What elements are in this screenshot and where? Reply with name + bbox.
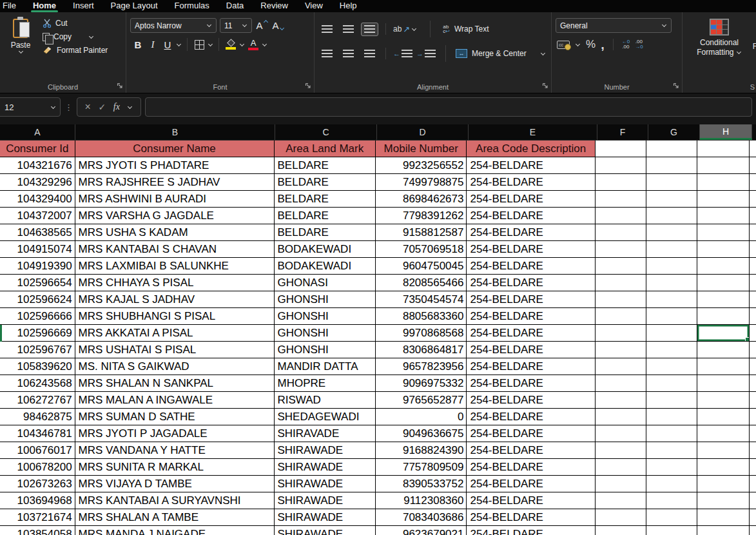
- cell-C[interactable]: SHIRAWADE: [275, 526, 376, 535]
- cell-D[interactable]: 8306864817: [376, 342, 467, 358]
- cell-H[interactable]: [697, 241, 750, 258]
- clipboard-dialog-launcher-icon[interactable]: [117, 82, 123, 91]
- header-cell-E[interactable]: Area Code Description: [467, 141, 595, 157]
- cell-G[interactable]: [646, 241, 698, 258]
- header-cell-C[interactable]: Area Land Mark: [275, 141, 376, 157]
- cell-H[interactable]: [697, 258, 750, 275]
- cell-F[interactable]: [596, 174, 646, 191]
- cell-G[interactable]: [646, 258, 698, 275]
- cell-A[interactable]: 106272767: [0, 392, 75, 409]
- cell-E[interactable]: 254-BELDARE: [467, 224, 595, 241]
- cell-C[interactable]: SHIRAVADE: [275, 425, 376, 442]
- cell-D[interactable]: 8698462673: [376, 191, 467, 208]
- cell-G[interactable]: [646, 392, 698, 409]
- header-cell-B[interactable]: Consumer Name: [75, 141, 275, 157]
- enter-button[interactable]: ✓: [98, 102, 106, 112]
- cell-C[interactable]: SHIRAWADE: [275, 476, 376, 492]
- cell-G[interactable]: [646, 442, 698, 459]
- cell-D[interactable]: 8805683360: [376, 308, 467, 325]
- align-bottom-button[interactable]: [361, 23, 378, 36]
- cell-B[interactable]: MRS KANTABAI S CHAVAN: [75, 241, 275, 258]
- cell-B[interactable]: MRS SHUBHANGI S PISAL: [75, 308, 275, 325]
- cut-button[interactable]: Cut: [43, 19, 108, 28]
- percent-style-button[interactable]: %: [586, 38, 596, 51]
- cell-E[interactable]: 254-BELDARE: [467, 509, 595, 526]
- increase-indent-button[interactable]: →: [416, 50, 436, 58]
- cell-C[interactable]: GHONSHI: [275, 342, 376, 358]
- insert-function-button[interactable]: fx: [113, 102, 120, 112]
- cell-F[interactable]: [596, 409, 646, 425]
- cell-B[interactable]: MRS SUNITA R MARKAL: [75, 459, 275, 476]
- cell-G[interactable]: [646, 208, 698, 224]
- formula-input[interactable]: [145, 97, 752, 117]
- cell-E[interactable]: 254-BELDARE: [467, 342, 595, 358]
- cell-H[interactable]: [697, 224, 750, 241]
- cell-H[interactable]: [697, 291, 750, 308]
- cell-E[interactable]: 254-BELDARE: [467, 308, 595, 325]
- cell-E[interactable]: 254-BELDARE: [467, 241, 595, 258]
- cell-E[interactable]: 254-BELDARE: [467, 442, 595, 459]
- cell-G[interactable]: [646, 375, 698, 392]
- cell-C[interactable]: BELDARE: [275, 191, 376, 208]
- ribbon-tab-file[interactable]: File: [0, 0, 24, 12]
- cell-A[interactable]: 100678200: [0, 459, 75, 476]
- cell-H[interactable]: [697, 425, 750, 442]
- cell-D[interactable]: 9623679021: [376, 526, 467, 535]
- cell-G[interactable]: [646, 409, 698, 425]
- cell-B[interactable]: MRS USHA S KADAM: [75, 224, 275, 241]
- cell-H[interactable]: [697, 191, 750, 208]
- cell-H[interactable]: [697, 409, 750, 425]
- cell-E[interactable]: 254-BELDARE: [467, 358, 595, 375]
- cell-A[interactable]: 105839620: [0, 358, 75, 375]
- cell-A[interactable]: 102596654: [0, 275, 75, 291]
- number-dialog-launcher-icon[interactable]: [673, 82, 679, 91]
- cell-B[interactable]: MRS KAJAL S JADHAV: [75, 291, 275, 308]
- cell-B[interactable]: MRS MANDA J NAIGADE: [75, 526, 275, 535]
- cell-G[interactable]: [646, 509, 698, 526]
- cell-H[interactable]: [697, 476, 750, 492]
- cell-F[interactable]: [596, 459, 646, 476]
- name-box[interactable]: 12: [0, 97, 61, 117]
- cell-E[interactable]: 254-BELDARE: [467, 208, 595, 224]
- cell-G[interactable]: [646, 358, 698, 375]
- merge-center-button[interactable]: ↔ Merge & Center: [456, 49, 546, 58]
- cell-C[interactable]: BODAKEWADI: [275, 258, 376, 275]
- cell-A[interactable]: 103721674: [0, 509, 75, 526]
- cell-A[interactable]: 102596624: [0, 291, 75, 308]
- cell-F[interactable]: [596, 492, 646, 509]
- cell-F[interactable]: [596, 141, 646, 157]
- cell-A[interactable]: 104638565: [0, 224, 75, 241]
- cell-C[interactable]: MANDIR DATTA: [275, 358, 376, 375]
- cell-C[interactable]: BELDARE: [275, 174, 376, 191]
- header-cell-D[interactable]: Mobile Number: [376, 141, 467, 157]
- cell-C[interactable]: GHONSHI: [275, 308, 376, 325]
- cell-D[interactable]: 0: [376, 409, 467, 425]
- cell-C[interactable]: SHIRAWADE: [275, 442, 376, 459]
- cell-B[interactable]: MRS USHATAI S PISAL: [75, 342, 275, 358]
- ribbon-tab-help[interactable]: Help: [331, 0, 365, 12]
- align-middle-button[interactable]: [340, 23, 357, 36]
- cell-H[interactable]: [697, 492, 750, 509]
- cell-D[interactable]: 7057069518: [376, 241, 467, 258]
- cell-B[interactable]: MRS RAJSHREE S JADHAV: [75, 174, 275, 191]
- cell-F[interactable]: [596, 275, 646, 291]
- cell-G[interactable]: [646, 459, 698, 476]
- cell-E[interactable]: 254-BELDARE: [467, 492, 595, 509]
- decrease-font-size-button[interactable]: A: [271, 19, 284, 33]
- cell-D[interactable]: 9096975332: [376, 375, 467, 392]
- cell-G[interactable]: [646, 492, 698, 509]
- cell-B[interactable]: MRS SUMAN D SATHE: [75, 409, 275, 425]
- cell-E[interactable]: 254-BELDARE: [467, 409, 595, 425]
- font-size-select[interactable]: 11: [220, 18, 252, 33]
- cell-F[interactable]: [596, 191, 646, 208]
- column-header-B[interactable]: B: [75, 124, 275, 140]
- increase-decimal-button[interactable]: ←0 .00: [622, 39, 630, 50]
- underline-dropdown-icon[interactable]: [177, 41, 181, 46]
- cell-A[interactable]: 104915074: [0, 241, 75, 258]
- cell-G[interactable]: [646, 325, 698, 342]
- cell-A[interactable]: 104346781: [0, 425, 75, 442]
- cell-H[interactable]: [697, 275, 750, 291]
- column-header-A[interactable]: A: [0, 124, 75, 140]
- cell-F[interactable]: [596, 526, 646, 535]
- cell-D[interactable]: 7350454574: [376, 291, 467, 308]
